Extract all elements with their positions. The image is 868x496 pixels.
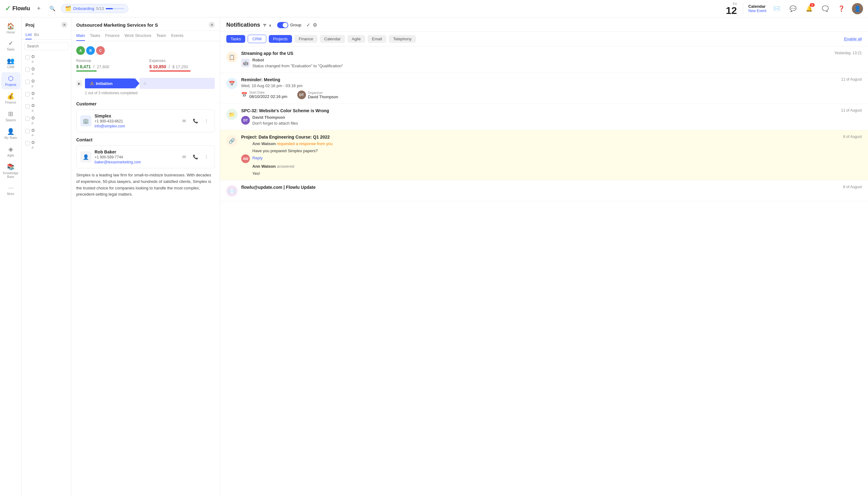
notification-time: Yesterday, 13:21 — [834, 51, 862, 55]
notification-item-email[interactable]: ✉️ flowlu@update.com | Flowlu Update 8 o… — [220, 181, 868, 201]
sidebar-item-finance[interactable]: 💰 Finance — [1, 90, 20, 107]
sidebar-item-myteam[interactable]: 👤 My Team — [1, 125, 20, 142]
notification-item-meeting[interactable]: 📅 Reminder: Meeting 11 of August Wed, 10… — [220, 73, 868, 104]
filter-telephony[interactable]: Telephony — [389, 35, 416, 43]
sidebar-item-home[interactable]: 🏠 Home — [1, 20, 20, 37]
customer-email[interactable]: info@simplex.com — [95, 124, 177, 128]
detail-close-button[interactable]: ✕ — [208, 22, 215, 28]
contact-name: Rob Baker — [95, 150, 177, 154]
list-item[interactable]: O a — [22, 102, 71, 114]
filter-calendar[interactable]: Calendar — [320, 35, 345, 43]
sidebar-home-label: Home — [6, 31, 15, 34]
notification-button[interactable]: 🔔 9 — [804, 3, 815, 14]
row-info: O a — [32, 67, 67, 76]
main-layout: 🏠 Home ✓ Tasks 👥 CRM ⬡ Projects 💰 Financ… — [0, 17, 868, 496]
contact-more-button[interactable]: ⋮ — [202, 153, 211, 161]
row-checkbox[interactable] — [26, 55, 30, 60]
filter-crm[interactable]: CRM — [248, 35, 266, 43]
group-toggle-switch[interactable] — [277, 22, 288, 28]
notification-meta-row: 📅 Start Date 08/10/2022 02:16 pm DT — [241, 91, 862, 99]
notifications-settings-button[interactable]: ⚙ — [313, 22, 317, 28]
sender-avatar-colorscheme: DT — [241, 116, 250, 125]
row-checkbox[interactable] — [26, 80, 30, 84]
filter-finance[interactable]: Finance — [294, 35, 317, 43]
projects-search-input[interactable] — [24, 42, 68, 50]
row-checkbox[interactable] — [26, 117, 30, 121]
notifications-filter-button[interactable]: ▲ — [263, 22, 272, 27]
notification-email-time: 8 of August — [843, 185, 862, 189]
tab-events[interactable]: Events — [171, 31, 184, 41]
onboarding-pill[interactable]: 🗂️ Onboarding 5/13 — [61, 4, 128, 13]
filter-icon: ▲ — [268, 22, 272, 27]
contact-phone-button[interactable]: 📞 — [191, 153, 200, 161]
sidebar-item-projects[interactable]: ⬡ Projects — [1, 72, 20, 89]
sidebar-item-knowledge-base[interactable]: 📚 Knowledge Base — [1, 160, 20, 181]
tab-tasks[interactable]: Tasks — [90, 31, 100, 41]
sidebar-agile-label: Agile — [7, 154, 14, 157]
row-checkbox[interactable] — [26, 92, 30, 96]
contact-email[interactable]: baker@texasmarketing.com — [95, 160, 177, 164]
enable-all[interactable]: Enable all — [844, 36, 862, 41]
expenses-bar — [150, 71, 191, 72]
logo[interactable]: ✓ Flowlu — [5, 5, 30, 13]
agile-icon: ◈ — [9, 145, 13, 153]
expenses-amount: $ 10,850 — [150, 64, 167, 69]
list-item[interactable]: O a — [22, 65, 71, 78]
search-button[interactable]: 🔍 — [47, 4, 57, 14]
list-item[interactable]: O a — [22, 90, 71, 102]
projects-tab-board[interactable]: Bo — [34, 30, 39, 40]
list-item[interactable]: O a — [22, 139, 71, 151]
filter-tasks[interactable]: Tasks — [226, 35, 245, 43]
customer-more-button[interactable]: ⋮ — [202, 117, 211, 125]
row-checkbox[interactable] — [26, 104, 30, 108]
tab-main[interactable]: Main — [76, 31, 85, 41]
sidebar-item-tasks[interactable]: ✓ Tasks — [1, 37, 20, 54]
tab-team[interactable]: Team — [156, 31, 166, 41]
customer-email-button[interactable]: ✉ — [180, 117, 188, 125]
sidebar-crm-label: CRM — [7, 65, 14, 69]
row-info: O a — [32, 91, 67, 100]
list-item[interactable]: O p — [22, 114, 71, 126]
mail-button[interactable]: ✉️ — [771, 3, 782, 14]
row-checkbox[interactable] — [26, 67, 30, 72]
projects-panel-close-button[interactable]: ✕ — [61, 22, 67, 28]
row-checkbox[interactable] — [26, 141, 30, 145]
notification-item-data-engineering[interactable]: 🔗 Project: Data Engineering Course: Q1 2… — [220, 130, 868, 181]
notification-sub: 🤖 Robot Status changed from "Evaluation"… — [241, 58, 862, 68]
notification-item-streaming[interactable]: 📋 Streaming app for the US Yesterday, 13… — [220, 46, 868, 73]
user-avatar[interactable]: 👤 — [852, 3, 863, 14]
filter-agile[interactable]: Agile — [347, 35, 365, 43]
notifications-check-button[interactable]: ✓ — [306, 22, 310, 28]
start-date-icon: 📅 — [241, 92, 247, 98]
list-item[interactable]: O p — [22, 77, 71, 90]
contact-email-button[interactable]: ✉ — [180, 153, 188, 161]
milestone-expand-button[interactable]: ▶ — [76, 80, 82, 87]
sidebar-item-crm[interactable]: 👥 CRM — [1, 55, 20, 72]
calendar-new-event[interactable]: New Event — [748, 9, 766, 13]
row-checkbox[interactable] — [26, 129, 30, 133]
revenue-values: $ 8,471 / 27,600 — [76, 64, 142, 69]
chat-button[interactable]: 💬 — [787, 3, 799, 14]
filter-projects[interactable]: Projects — [269, 35, 292, 43]
add-button[interactable]: + — [34, 4, 44, 14]
milestone-button[interactable]: ⚠ Initiation — [85, 78, 135, 88]
filter-email[interactable]: Email — [368, 35, 387, 43]
projects-tab-list[interactable]: List — [26, 30, 32, 40]
messages-button[interactable]: 🗨️ — [820, 3, 831, 14]
notification-email-title: flowlu@update.com | Flowlu Update — [241, 185, 315, 190]
customer-phone: +1 900-433-6621 — [95, 119, 177, 123]
help-button[interactable]: ❓ — [836, 3, 847, 14]
list-item[interactable]: O a — [22, 53, 71, 65]
tab-work-structure[interactable]: Work Structure — [125, 31, 151, 41]
group-toggle[interactable]: Group — [277, 22, 301, 28]
sidebar-item-agile[interactable]: ◈ Agile — [1, 143, 20, 160]
group-label: Group — [290, 22, 301, 27]
list-item[interactable]: O a — [22, 126, 71, 139]
tab-finance[interactable]: Finance — [105, 31, 119, 41]
customer-phone-button[interactable]: 📞 — [191, 117, 200, 125]
sidebar-item-spaces[interactable]: ⊞ Spaces — [1, 108, 20, 125]
reply-link[interactable]: Reply — [252, 156, 332, 160]
notification-meeting-title: Reminder: Meeting — [241, 77, 280, 82]
sidebar-item-more[interactable]: ⋯ More — [1, 182, 20, 198]
notification-item-colorscheme[interactable]: 📁 SPC-32: Website's Color Scheme is Wron… — [220, 104, 868, 130]
